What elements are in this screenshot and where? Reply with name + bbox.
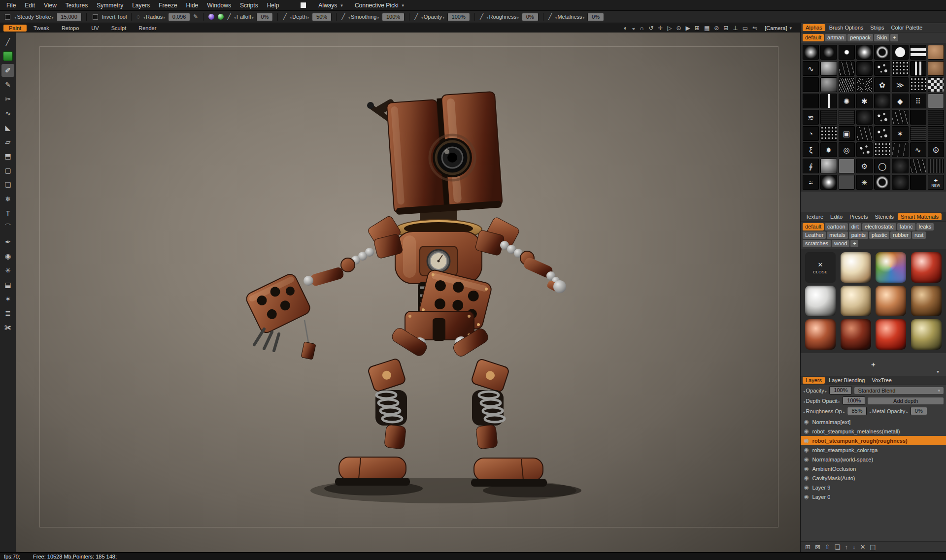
uv-view-icon[interactable]: ⊞ bbox=[695, 25, 700, 32]
stroke-line-tool-icon[interactable]: ╱ bbox=[1, 35, 14, 48]
steady-stroke-checkbox[interactable] bbox=[5, 14, 10, 20]
menu-item[interactable]: Windows bbox=[203, 2, 236, 9]
layer-opacity-value[interactable]: 100% bbox=[829, 386, 852, 395]
layer-row[interactable]: ◉ Layer 9 bbox=[801, 483, 946, 492]
alpha-thumbnail[interactable] bbox=[874, 126, 890, 141]
material-group-chip[interactable]: leaks bbox=[916, 223, 934, 231]
alpha-thumbnail[interactable] bbox=[892, 110, 908, 125]
alpha-thumbnail[interactable] bbox=[820, 77, 837, 92]
alpha-group-chip[interactable]: Skin bbox=[874, 34, 889, 41]
alpha-thumbnail[interactable] bbox=[928, 94, 944, 108]
wedge-tool-icon[interactable]: ◣ bbox=[1, 121, 14, 134]
panel-tab[interactable]: Smart Materials bbox=[898, 213, 942, 220]
eye-tool-icon[interactable]: ◉ bbox=[1, 250, 14, 263]
falloff-pen-icon[interactable]: ╱ bbox=[227, 13, 231, 20]
always-dropdown[interactable]: Always ▾ bbox=[312, 2, 349, 9]
new-alpha-button[interactable]: + NEW bbox=[928, 175, 944, 190]
material-thumbnail[interactable] bbox=[841, 319, 871, 350]
alpha-thumbnail[interactable] bbox=[856, 142, 873, 157]
alpha-thumbnail[interactable] bbox=[839, 110, 855, 125]
material-group-chip[interactable]: Leather bbox=[803, 231, 826, 239]
metalness-value[interactable]: 0% bbox=[587, 13, 604, 21]
alpha-thumbnail[interactable] bbox=[820, 45, 837, 60]
alpha-thumbnail[interactable]: ∮ bbox=[803, 159, 819, 173]
alpha-thumbnail[interactable]: ◯ bbox=[874, 159, 890, 173]
menu-item[interactable]: Freeze bbox=[154, 2, 181, 9]
material-thumbnail[interactable] bbox=[805, 286, 836, 316]
metal-opacity-value[interactable]: 0% bbox=[911, 407, 927, 415]
alpha-thumbnail[interactable] bbox=[803, 45, 819, 60]
steady-stroke-value[interactable]: 15,000 bbox=[56, 13, 82, 21]
mirror-icon[interactable]: ⇋ bbox=[752, 25, 757, 32]
panel-tab[interactable]: Color Palette bbox=[888, 24, 925, 31]
alpha-thumbnail[interactable] bbox=[839, 175, 855, 190]
frame-icon[interactable]: ▭ bbox=[743, 25, 748, 32]
alpha-thumbnail[interactable] bbox=[910, 110, 926, 125]
alpha-thumbnail[interactable] bbox=[874, 61, 890, 76]
alpha-group-chip[interactable]: penpack bbox=[847, 34, 873, 41]
freeze-tool-icon[interactable]: ❄ bbox=[1, 193, 14, 205]
material-group-chip[interactable]: wood bbox=[832, 240, 849, 247]
tile-view-icon[interactable]: ▦ bbox=[704, 25, 710, 32]
color-box[interactable] bbox=[300, 2, 306, 8]
menu-item[interactable]: Layers bbox=[128, 2, 154, 9]
roughness-pen-icon[interactable]: ╱ bbox=[480, 13, 483, 20]
knife-tool-icon[interactable]: ✀ bbox=[1, 321, 14, 334]
alpha-thumbnail[interactable]: ✿ bbox=[874, 77, 890, 92]
alpha-thumbnail[interactable] bbox=[874, 45, 890, 60]
alpha-thumbnail[interactable] bbox=[820, 61, 837, 76]
material-group-chip[interactable]: rubber bbox=[890, 231, 911, 239]
eye-icon[interactable]: ◉ bbox=[804, 494, 809, 499]
alpha-thumbnail[interactable] bbox=[910, 61, 926, 76]
falloff-sphere-icon[interactable] bbox=[208, 14, 214, 20]
panel-tab[interactable]: Layer Blending bbox=[826, 377, 868, 384]
alpha-thumbnail[interactable]: ◆ bbox=[892, 94, 908, 108]
alpha-thumbnail[interactable] bbox=[910, 175, 926, 190]
material-group-chip[interactable]: default bbox=[803, 223, 824, 231]
material-group-chip[interactable]: rust bbox=[912, 231, 926, 239]
menu-item[interactable]: Textures bbox=[61, 2, 92, 9]
alpha-thumbnail[interactable]: ✱ bbox=[856, 94, 873, 108]
viewport-3d[interactable] bbox=[16, 33, 800, 552]
alpha-thumbnail[interactable] bbox=[856, 110, 873, 125]
magnet-icon[interactable]: ∩ bbox=[640, 25, 644, 32]
perspective-icon[interactable]: ⊥ bbox=[733, 25, 738, 32]
alpha-thumbnail[interactable] bbox=[892, 175, 908, 190]
room-tab[interactable]: Paint bbox=[3, 25, 27, 32]
depth-value[interactable]: 50% bbox=[312, 13, 332, 21]
room-tab[interactable]: UV bbox=[86, 25, 104, 32]
move-layer-up-icon[interactable]: ↑ bbox=[845, 544, 848, 550]
material-thumbnail[interactable] bbox=[911, 252, 942, 283]
material-group-chip[interactable]: scratches bbox=[803, 240, 831, 247]
layer-row[interactable]: ◉ robot_steampunk_rough(roughness) bbox=[801, 436, 946, 445]
alpha-thumbnail[interactable]: ∿ bbox=[803, 61, 819, 76]
layer-row[interactable]: ◉ robot_steampunk_metalness(metall) bbox=[801, 427, 946, 436]
layer-row[interactable]: ◉ robot_steampunk_color.tga bbox=[801, 445, 946, 455]
alpha-thumbnail[interactable] bbox=[839, 77, 855, 92]
alpha-thumbnail[interactable] bbox=[910, 77, 926, 92]
material-group-chip[interactable]: dirt bbox=[849, 223, 861, 231]
alpha-group-chip[interactable]: default bbox=[803, 34, 824, 41]
material-thumbnail[interactable] bbox=[876, 252, 906, 283]
alpha-thumbnail[interactable]: ∿ bbox=[910, 142, 926, 157]
roughness-value[interactable]: 0% bbox=[522, 13, 539, 21]
material-group-chip[interactable]: paints bbox=[849, 231, 868, 239]
alpha-thumbnail[interactable] bbox=[874, 142, 890, 157]
pen-pressure-icon[interactable]: ✎ bbox=[193, 13, 198, 20]
radius-value[interactable]: 0,096 bbox=[168, 13, 191, 21]
material-thumbnail[interactable] bbox=[841, 286, 871, 316]
alpha-thumbnail[interactable] bbox=[856, 45, 873, 60]
alpha-thumbnail[interactable] bbox=[839, 45, 855, 60]
eye-icon[interactable]: ◉ bbox=[804, 419, 809, 425]
layer-row[interactable]: ◉ Layer 0 bbox=[801, 492, 946, 501]
cut-tool-icon[interactable]: ✂ bbox=[1, 93, 14, 105]
eye-icon[interactable]: ◉ bbox=[804, 447, 809, 453]
add-material-button[interactable]: + bbox=[801, 360, 946, 369]
grid-icon[interactable]: ⊟ bbox=[723, 25, 728, 32]
layer-row[interactable]: ◉ Normalmap(world-space) bbox=[801, 455, 946, 464]
copy-tool-icon[interactable]: ❏ bbox=[1, 178, 14, 191]
room-tab[interactable]: Retopo bbox=[56, 25, 84, 32]
blend-mode-dropdown[interactable]: Standard Blend ▾ bbox=[854, 387, 944, 394]
eye-icon[interactable]: ◉ bbox=[804, 457, 809, 462]
alpha-thumbnail[interactable] bbox=[928, 110, 944, 125]
